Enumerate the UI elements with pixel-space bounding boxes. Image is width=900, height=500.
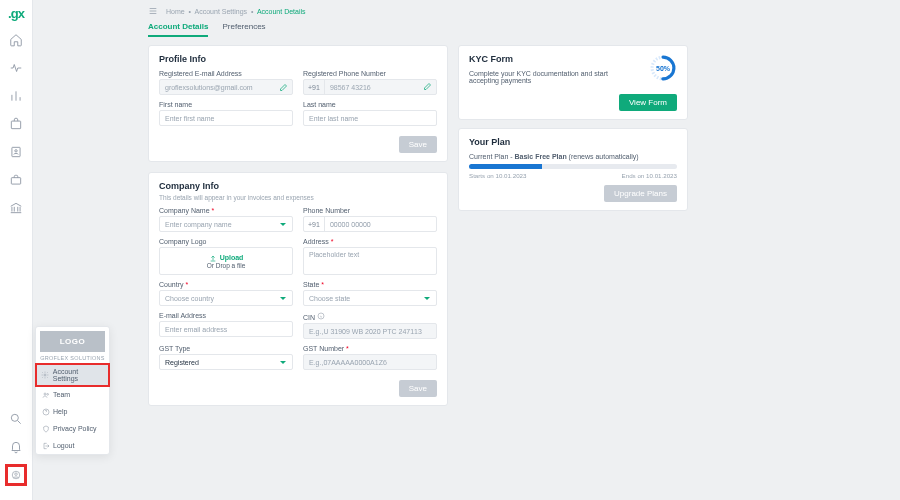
help-icon — [41, 407, 50, 416]
kyc-desc: Complete your KYC documentation and star… — [469, 70, 619, 84]
menu-privacy[interactable]: Privacy Policy — [36, 420, 109, 437]
tab-preferences[interactable]: Preferences — [222, 22, 265, 37]
address-label: Address — [303, 238, 437, 245]
first-name-label: First name — [159, 101, 293, 108]
user-icon[interactable] — [7, 466, 25, 484]
address-input[interactable]: Placeholder text — [303, 247, 437, 275]
last-name-input[interactable]: Enter last name — [303, 110, 437, 126]
bell-icon[interactable] — [7, 438, 25, 456]
plan-card: Your Plan Current Plan - Basic Free Plan… — [458, 128, 688, 211]
crumb-settings[interactable]: Account Settings — [195, 8, 248, 15]
cin-input[interactable]: E.g.,U 31909 WB 2020 PTC 247113 — [303, 323, 437, 339]
menu-team-label: Team — [53, 391, 70, 398]
company-email-label: E-mail Address — [159, 312, 293, 319]
svg-point-9 — [46, 393, 48, 395]
svg-point-2 — [15, 150, 17, 152]
top-bar: Home • Account Settings • Account Detail… — [148, 6, 890, 16]
gst-number-label: GST Number — [303, 345, 437, 352]
kyc-card: KYC Form Complete your KYC documentation… — [458, 45, 688, 120]
email-input: groflexsolutions@gmail.com — [159, 79, 293, 95]
edit-icon[interactable] — [423, 82, 432, 92]
menu-logout-label: Logout — [53, 442, 74, 449]
company-name-label: Company Name — [159, 207, 293, 214]
svg-point-8 — [44, 393, 46, 395]
main-content: Home • Account Settings • Account Detail… — [33, 0, 900, 500]
company-email-input[interactable]: Enter email address — [159, 321, 293, 337]
product-icon[interactable] — [7, 115, 25, 133]
company-title: Company Info — [159, 181, 437, 191]
menu-help-label: Help — [53, 408, 67, 415]
menu-account-settings[interactable]: Account Settings — [36, 364, 109, 386]
logo[interactable]: .gx — [8, 6, 24, 21]
logout-icon — [41, 441, 50, 450]
first-name-input[interactable]: Enter first name — [159, 110, 293, 126]
state-select[interactable]: Choose state — [303, 290, 437, 306]
gst-type-label: GST Type — [159, 345, 293, 352]
plan-dates: Starts on 10.01.2023 Ends on 10.01.2023 — [469, 172, 677, 179]
logo-label: Company Logo — [159, 238, 293, 245]
company-subtitle: This details will appear in your invoice… — [159, 194, 437, 201]
user-menu-company: GROFLEX SOLUTIONS — [36, 355, 109, 361]
gear-icon — [41, 371, 50, 380]
pulse-icon[interactable] — [7, 59, 25, 77]
analytics-icon[interactable] — [7, 87, 25, 105]
menu-logout[interactable]: Logout — [36, 437, 109, 454]
users-icon — [41, 390, 50, 399]
menu-account-settings-label: Account Settings — [53, 368, 104, 382]
tabs: Account Details Preferences — [148, 22, 890, 37]
gst-number-input[interactable]: E.g.,07AAAAA0000A1Z6 — [303, 354, 437, 370]
plan-progress — [469, 164, 677, 169]
profile-save-button[interactable]: Save — [399, 136, 437, 153]
kyc-progress-dial: 50% — [649, 54, 677, 82]
hamburger-icon[interactable] — [148, 6, 158, 16]
svg-point-7 — [44, 374, 46, 376]
country-select[interactable]: Choose country — [159, 290, 293, 306]
phone-input: +91 98567 43216 — [303, 79, 437, 95]
menu-privacy-label: Privacy Policy — [53, 425, 97, 432]
contacts-icon[interactable] — [7, 143, 25, 161]
search-icon[interactable] — [7, 410, 25, 428]
user-menu-logo: LOGO — [40, 331, 105, 352]
profile-card: Profile Info Registered E-mail Address g… — [148, 45, 448, 162]
crumb-home[interactable]: Home — [166, 8, 185, 15]
svg-rect-3 — [11, 178, 20, 184]
menu-help[interactable]: Help — [36, 403, 109, 420]
last-name-label: Last name — [303, 101, 437, 108]
phone-label: Registered Phone Number — [303, 70, 437, 77]
plan-title: Your Plan — [469, 137, 677, 147]
state-label: State — [303, 281, 437, 288]
svg-point-4 — [11, 414, 18, 421]
briefcase-icon[interactable] — [7, 171, 25, 189]
breadcrumb: Home • Account Settings • Account Detail… — [166, 8, 306, 15]
nav-rail: .gx — [0, 0, 33, 500]
tab-account-details[interactable]: Account Details — [148, 22, 208, 37]
info-icon[interactable] — [317, 314, 325, 321]
svg-point-6 — [15, 473, 18, 476]
kyc-view-button[interactable]: View Form — [619, 94, 677, 111]
edit-icon[interactable] — [279, 83, 288, 93]
profile-title: Profile Info — [159, 54, 437, 64]
menu-team[interactable]: Team — [36, 386, 109, 403]
company-phone-input[interactable]: +91 00000 00000 — [303, 216, 437, 232]
email-label: Registered E-mail Address — [159, 70, 293, 77]
svg-rect-0 — [11, 121, 20, 129]
user-menu: LOGO GROFLEX SOLUTIONS Account Settings … — [35, 326, 110, 455]
cin-label: CIN — [303, 312, 437, 321]
company-name-input[interactable]: Enter company name — [159, 216, 293, 232]
upgrade-button[interactable]: Upgrade Plans — [604, 185, 677, 202]
shield-icon — [41, 424, 50, 433]
logo-upload[interactable]: Upload Or Drop a file — [159, 247, 293, 275]
gst-type-select[interactable]: Registered — [159, 354, 293, 370]
company-phone-label: Phone Number — [303, 207, 437, 214]
company-card: Company Info This details will appear in… — [148, 172, 448, 406]
home-icon[interactable] — [7, 31, 25, 49]
kyc-title: KYC Form — [469, 54, 677, 64]
country-label: Country — [159, 281, 293, 288]
bank-icon[interactable] — [7, 199, 25, 217]
company-save-button[interactable]: Save — [399, 380, 437, 397]
crumb-current: Account Details — [257, 8, 306, 15]
